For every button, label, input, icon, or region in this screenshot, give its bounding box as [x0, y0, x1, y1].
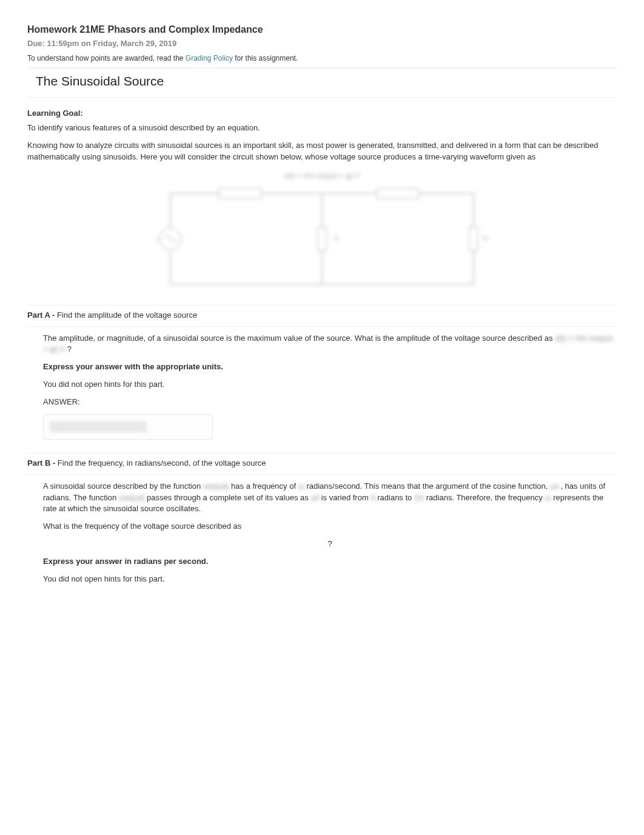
part-a-header: Part A - Find the amplitude of the volta… [27, 305, 617, 327]
learning-goal-heading: Learning Goal: [27, 109, 617, 118]
part-a-desc-text: The amplitude, or magnitude, of a sinuso… [43, 334, 555, 343]
pb-t6: is varied from [321, 493, 371, 502]
svg-rect-7 [469, 227, 478, 251]
blurred-zero: 0 [371, 493, 375, 502]
blurred-w2: ω [545, 493, 551, 502]
section-header: The Sinusoidal Source [27, 67, 617, 98]
part-a-description: The amplitude, or magnitude, of a sinuso… [43, 333, 617, 356]
svg-rect-6 [318, 227, 326, 251]
intro-paragraph: Knowing how to analyze circuits with sin… [27, 140, 617, 163]
part-b-hint-status: You did not open hints for this part. [43, 574, 617, 585]
pb-t1: A sinusoidal source described by the fun… [43, 481, 203, 491]
part-a-qmark: ? [65, 344, 72, 354]
part-a-title: Find the amplitude of the voltage source [57, 310, 197, 320]
part-b-express: Express your answer in radians per secon… [43, 556, 617, 568]
svg-text:R: R [483, 235, 488, 242]
blurred-wt: ωt [310, 493, 319, 502]
pb-t5: passes through a complete set of its val… [147, 493, 310, 502]
part-a-prefix: Part A - [27, 310, 57, 320]
part-a-hint-status: You did not open hints for this part. [43, 379, 617, 391]
blurred-fn1: cos(ωt) [203, 481, 229, 491]
blurred-arg: ωt [550, 481, 558, 491]
answer-label: ANSWER: [43, 397, 617, 408]
circuit-figure: v(t) = Vm cos(ωt + φ) V + R R [146, 169, 498, 297]
svg-rect-3 [219, 189, 261, 198]
part-b-title: Find the frequency, in radians/second, o… [58, 458, 266, 468]
section-title: The Sinusoidal Source [36, 74, 608, 89]
pb-t2: has a frequency of [231, 481, 298, 491]
part-b-description: A sinusoidal source described by the fun… [43, 481, 617, 515]
policy-prefix: To understand how points are awarded, re… [27, 54, 186, 62]
svg-text:v(t) = Vm cos(ωt + φ)  V: v(t) = Vm cos(ωt + φ) V [284, 172, 360, 180]
blurred-w1: ω [298, 481, 304, 491]
blurred-fn2: cos(ωt) [119, 493, 145, 502]
blurred-2pi: 2π [414, 493, 424, 502]
part-b-prefix: Part B - [27, 458, 58, 468]
policy-suffix: for this assignment. [233, 54, 298, 62]
svg-rect-4 [377, 189, 419, 198]
grading-policy-link[interactable]: Grading Policy [186, 54, 233, 62]
pb-t3: radians/second. This means that the argu… [306, 481, 550, 491]
policy-line: To understand how points are awarded, re… [27, 54, 617, 62]
answer-input-box[interactable] [43, 414, 213, 440]
part-b-header: Part B - Find the frequency, in radians/… [27, 453, 617, 475]
blurred-answer [50, 421, 147, 432]
pb-t7: radians to [377, 493, 414, 502]
svg-text:+: + [155, 236, 159, 243]
svg-text:R: R [334, 235, 339, 242]
learning-goal-text: To identify various features of a sinuso… [27, 122, 617, 134]
assignment-title: Homework 21ME Phasors and Complex Impeda… [27, 24, 617, 35]
due-date: Due: 11:59pm on Friday, March 29, 2019 [27, 39, 617, 48]
part-a-express: Express your answer with the appropriate… [43, 361, 617, 373]
part-b-question: What is the frequency of the voltage sou… [43, 521, 617, 532]
pb-t8: radians. Therefore, the frequency [426, 493, 545, 502]
part-b-qmark-line: ? [43, 538, 617, 550]
